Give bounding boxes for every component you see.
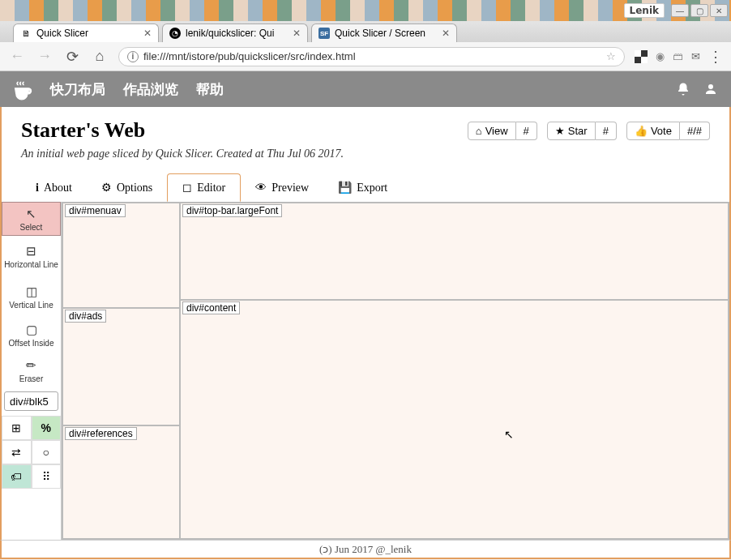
browser-tabstrip: 🗎 Quick Slicer ✕ ◔ lenik/quickslicer: Qu…	[0, 21, 731, 42]
star-label: Star	[568, 125, 588, 137]
region-topbar[interactable]: div#top-bar.largeFont	[180, 203, 729, 300]
tool-eraser[interactable]: ✏ Eraser	[2, 353, 61, 388]
url-field[interactable]: i file:///mnt/istore/pub/quickslicer/src…	[118, 47, 625, 66]
tool-hline-label: Horizontal Line	[4, 260, 58, 269]
gear-icon: ⚙	[101, 181, 112, 195]
star-icon: ★	[555, 125, 565, 137]
tool-select[interactable]: ↖ Select	[2, 202, 61, 236]
main-tabs: iAbout ⚙Options ◻Editor 👁Preview 💾Export	[0, 160, 731, 202]
region-ads[interactable]: div#ads	[62, 308, 180, 425]
footer-text: (ɔ) Jun 2017 @_lenik	[319, 543, 412, 556]
selected-element-field[interactable]: div#blk5	[4, 391, 58, 411]
app-menu: 快刀布局 作品浏览 帮助	[50, 80, 224, 99]
view-label: View	[485, 125, 508, 137]
app-header: 快刀布局 作品浏览 帮助	[0, 71, 731, 107]
browser-tab-2[interactable]: SF Quick Slicer / Screen ✕	[311, 24, 457, 42]
browser-toolbar: ← → ⟳ ⌂ i file:///mnt/istore/pub/quicksl…	[0, 42, 731, 71]
document-icon: 🗎	[20, 28, 32, 39]
browser-menu-icon[interactable]: ⋮	[708, 48, 723, 66]
tool-vline-label: Vertical Line	[9, 301, 53, 310]
selected-element-text: div#blk5	[10, 395, 49, 408]
tool-toggle-grid: ⊞ % ⇄ ○ 🏷 ⠿	[2, 416, 61, 489]
toggle-swap[interactable]: ⇄	[2, 440, 32, 464]
bookmark-star-icon[interactable]: ☆	[606, 50, 616, 62]
tab-export-label: Export	[357, 182, 387, 195]
tab-editor-label: Editor	[197, 182, 225, 195]
thumbs-up-icon: 👍	[635, 125, 648, 137]
toggle-hash[interactable]: ⊞	[2, 416, 32, 440]
toggle-grid-dots[interactable]: ⠿	[32, 464, 62, 489]
star-button[interactable]: ★Star	[547, 122, 596, 140]
tool-vline[interactable]: ◫ Vertical Line	[2, 276, 61, 317]
reload-button[interactable]: ⟳	[63, 48, 81, 66]
toggle-percent[interactable]: %	[32, 416, 62, 440]
info-icon[interactable]: i	[127, 51, 139, 62]
browser-tab-0[interactable]: 🗎 Quick Slicer ✕	[13, 24, 159, 42]
toggle-circle[interactable]: ○	[32, 440, 62, 464]
vote-stat: 👍Vote #/#	[626, 122, 710, 140]
tool-column: ↖ Select ⊟ Horizontal Line ◫ Vertical Li…	[2, 202, 62, 540]
layout-canvas[interactable]: div#menuav div#top-bar.largeFont div#con…	[62, 202, 729, 540]
window-decoration: Lenik — ▢ ✕	[0, 0, 731, 21]
close-icon[interactable]: ✕	[442, 28, 450, 39]
region-menuav[interactable]: div#menuav	[62, 203, 180, 308]
tool-hline[interactable]: ⊟ Horizontal Line	[2, 236, 61, 276]
minimize-button[interactable]: —	[671, 4, 689, 17]
url-text: file:///mnt/istore/pub/quickslicer/src/i…	[143, 50, 601, 62]
toggle-tag[interactable]: 🏷	[2, 464, 32, 489]
region-content[interactable]: div#content	[180, 300, 729, 539]
vote-label: Vote	[651, 125, 672, 137]
maximize-button[interactable]: ▢	[690, 4, 708, 17]
tool-offset[interactable]: ▢ Offset Inside	[2, 317, 61, 353]
ext-icon-2[interactable]: 🗃	[673, 50, 683, 62]
browser-tab-1[interactable]: ◔ lenik/quickslicer: Qui ✕	[162, 24, 308, 42]
tab-export[interactable]: 💾Export	[323, 173, 402, 202]
user-icon[interactable]	[703, 82, 720, 96]
page-subtitle: An initial web page sliced by Quick Slic…	[21, 147, 468, 160]
view-button[interactable]: ⌂View	[468, 122, 516, 140]
tab-editor[interactable]: ◻Editor	[167, 173, 241, 202]
star-count: #	[596, 122, 617, 140]
home-button[interactable]: ⌂	[91, 48, 109, 65]
house-icon: ⌂	[476, 125, 482, 137]
close-icon[interactable]: ✕	[143, 28, 152, 39]
region-references-tag: div#references	[65, 427, 137, 440]
view-stat: ⌂View #	[468, 122, 537, 140]
region-references[interactable]: div#references	[62, 425, 180, 539]
eye-icon: 👁	[255, 182, 267, 195]
region-content-tag: div#content	[182, 301, 240, 314]
eraser-icon: ✏	[26, 358, 36, 373]
forward-button[interactable]: →	[36, 48, 53, 65]
footer: (ɔ) Jun 2017 @_lenik	[0, 540, 731, 559]
tab-about-label: About	[44, 182, 72, 195]
tool-offset-label: Offset Inside	[9, 339, 54, 348]
vline-icon: ◫	[26, 284, 37, 299]
window-title-right: Lenik	[624, 3, 665, 18]
region-menuav-tag: div#menuav	[65, 204, 126, 217]
browser-tab-title: Quick Slicer / Screen	[335, 28, 437, 39]
tab-about[interactable]: iAbout	[21, 173, 87, 202]
vote-count: #/#	[680, 122, 710, 140]
bell-icon[interactable]	[676, 82, 692, 96]
page-title: Starter's Web	[21, 118, 468, 143]
ext-icon-1[interactable]: ◉	[656, 50, 665, 62]
region-topbar-tag: div#top-bar.largeFont	[182, 204, 282, 217]
cursor-icon: ↖	[26, 207, 36, 221]
vote-button[interactable]: 👍Vote	[626, 122, 680, 140]
tool-eraser-label: Eraser	[19, 374, 43, 383]
menu-item-layout[interactable]: 快刀布局	[50, 80, 105, 99]
close-window-button[interactable]: ✕	[710, 4, 728, 17]
tab-preview[interactable]: 👁Preview	[241, 173, 323, 202]
menu-item-gallery[interactable]: 作品浏览	[123, 80, 178, 99]
close-icon[interactable]: ✕	[293, 28, 301, 39]
tab-options[interactable]: ⚙Options	[87, 173, 167, 202]
view-count: #	[516, 122, 537, 140]
info-icon: i	[36, 182, 39, 195]
save-icon: 💾	[338, 181, 352, 195]
menu-item-help[interactable]: 帮助	[196, 80, 224, 99]
browser-tab-title: Quick Slicer	[36, 28, 139, 39]
mail-icon[interactable]: ✉	[691, 50, 700, 62]
hline-icon: ⊟	[26, 244, 36, 259]
qr-icon[interactable]	[635, 50, 648, 63]
back-button[interactable]: ←	[8, 48, 26, 65]
